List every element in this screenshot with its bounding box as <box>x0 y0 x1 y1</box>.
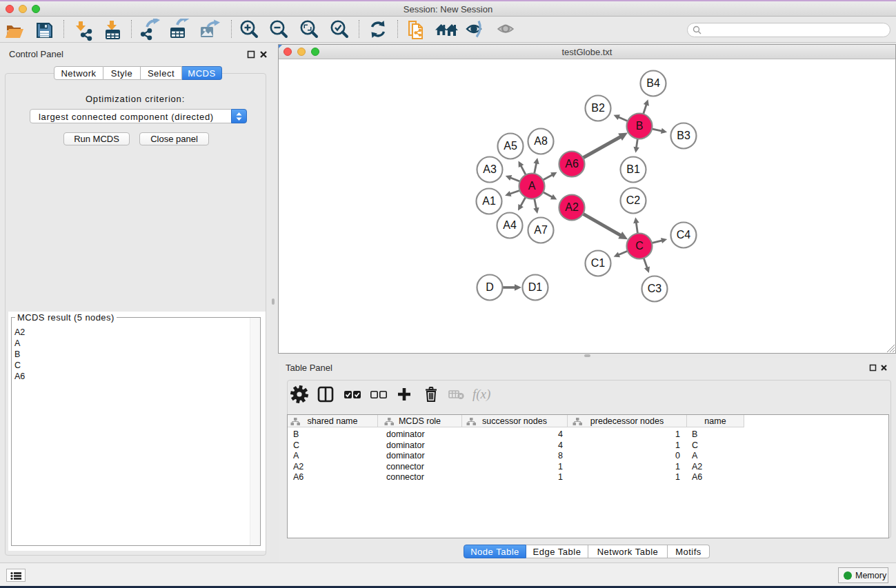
svg-text:A3: A3 <box>483 163 497 175</box>
svg-text:B4: B4 <box>646 77 660 89</box>
svg-text:B3: B3 <box>677 130 690 141</box>
svg-text:C: C <box>635 240 644 252</box>
svg-text:A2: A2 <box>565 201 579 213</box>
svg-text:A4: A4 <box>503 219 517 231</box>
svg-text:D: D <box>486 281 494 293</box>
svg-text:C3: C3 <box>648 283 662 294</box>
svg-text:A8: A8 <box>534 135 548 147</box>
svg-text:C2: C2 <box>626 194 641 206</box>
svg-text:A: A <box>528 180 536 192</box>
svg-text:C4: C4 <box>677 229 691 241</box>
svg-text:C1: C1 <box>591 257 606 269</box>
svg-text:A6: A6 <box>565 158 579 170</box>
svg-text:D1: D1 <box>528 281 543 293</box>
svg-text:B2: B2 <box>591 102 605 114</box>
svg-text:B: B <box>636 120 644 132</box>
svg-text:B1: B1 <box>626 163 640 175</box>
svg-text:A1: A1 <box>482 195 496 207</box>
svg-text:A7: A7 <box>534 224 548 236</box>
svg-text:A5: A5 <box>504 140 517 152</box>
